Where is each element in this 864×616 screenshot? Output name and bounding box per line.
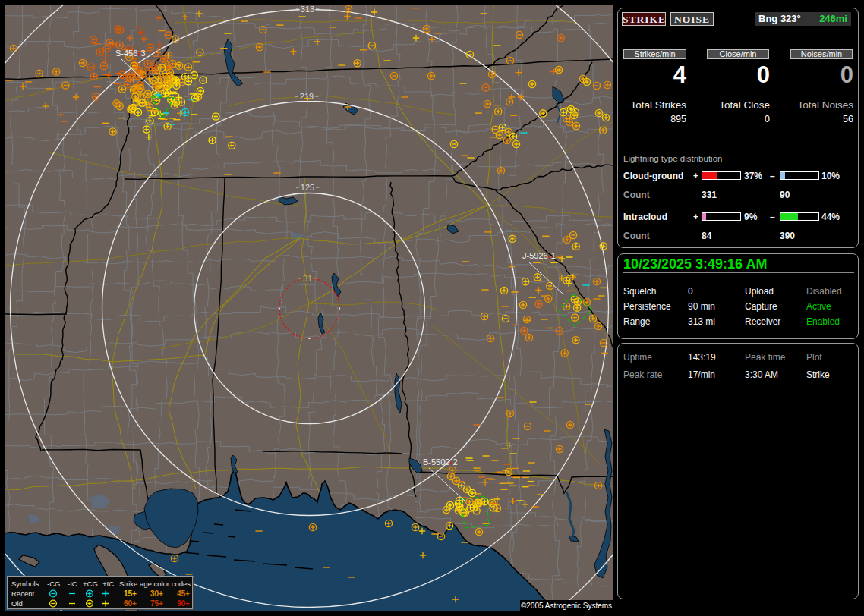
svg-text:313: 313 [301, 5, 314, 14]
svg-text:15+: 15+ [124, 589, 137, 598]
svg-text:Symbols: Symbols [11, 580, 39, 588]
svg-text:-CG: -CG [47, 580, 60, 588]
svg-text:75+: 75+ [150, 599, 163, 608]
svg-text:125: 125 [301, 183, 314, 192]
svg-text:45+: 45+ [177, 589, 190, 598]
svg-text:90+: 90+ [177, 599, 190, 608]
svg-text:+CG: +CG [83, 580, 98, 588]
svg-text:B-5500♦2: B-5500♦2 [423, 457, 458, 467]
svg-text:Strike age color codes: Strike age color codes [119, 580, 191, 588]
svg-text:+IC: +IC [102, 580, 114, 588]
svg-text:219: 219 [300, 92, 314, 101]
svg-text:Old: Old [11, 599, 23, 608]
svg-text:31: 31 [303, 274, 312, 283]
svg-text:30+: 30+ [150, 589, 163, 598]
svg-text:Recent: Recent [11, 589, 34, 598]
svg-text:-IC: -IC [68, 580, 77, 588]
svg-text:S-456♦3: S-456♦3 [115, 49, 146, 58]
svg-text:60+: 60+ [124, 599, 137, 608]
svg-text:J-5926♦1: J-5926♦1 [522, 251, 556, 260]
